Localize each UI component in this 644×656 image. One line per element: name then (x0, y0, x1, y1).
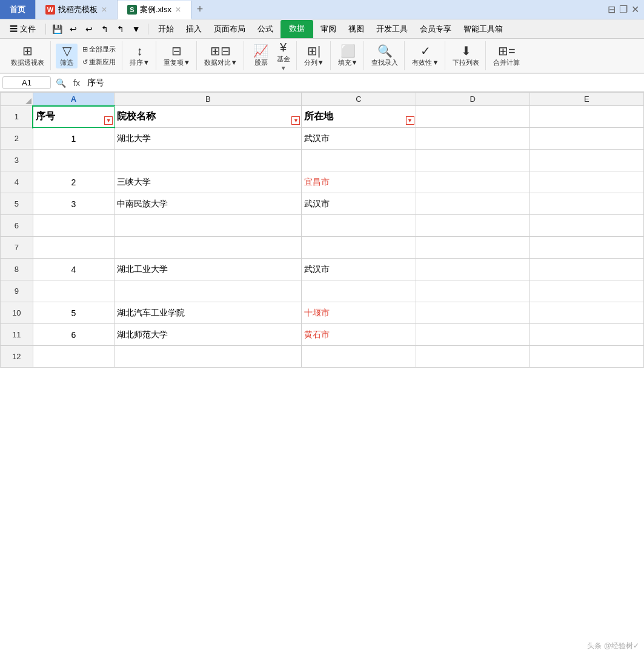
col-header-e[interactable]: E (529, 93, 643, 106)
split-button[interactable]: ⊞| 分列▼ (302, 44, 327, 68)
row-header-11[interactable]: 11 (1, 324, 33, 346)
filter-btn-A1[interactable]: ▼ (104, 116, 113, 125)
menu-review[interactable]: 审阅 (316, 22, 341, 36)
cell-B9[interactable] (115, 280, 302, 302)
cell-B8[interactable]: 湖北工业大学 (115, 259, 302, 280)
cell-A3[interactable] (33, 150, 114, 171)
cell-B11[interactable]: 湖北师范大学 (115, 324, 302, 346)
cell-E6[interactable] (529, 215, 643, 237)
col-header-b[interactable]: B (115, 93, 302, 106)
cell-B12[interactable] (115, 346, 302, 368)
cell-D5[interactable] (416, 193, 529, 215)
cell-E3[interactable] (529, 150, 643, 171)
cell-C11[interactable]: 黄石市 (302, 324, 416, 346)
sort-button[interactable]: ↕ 排序▼ (127, 44, 152, 68)
cell-E1[interactable] (529, 106, 643, 128)
cell-A6[interactable] (33, 215, 114, 237)
menu-start[interactable]: 开始 (153, 22, 179, 36)
cell-D4[interactable] (416, 171, 529, 193)
cell-C2[interactable]: 武汉市 (302, 128, 416, 150)
cell-A2[interactable]: 1 (33, 128, 114, 150)
row-header-3[interactable]: 3 (1, 150, 33, 171)
cell-A8[interactable]: 4 (33, 259, 114, 280)
cell-E9[interactable] (529, 280, 643, 302)
undo-dropdown[interactable]: ▼ (130, 22, 143, 36)
menu-member[interactable]: 会员专享 (415, 22, 456, 36)
redo-btn-1[interactable]: ↩ (67, 22, 80, 36)
menu-ai-tools[interactable]: 智能工具箱 (459, 22, 508, 36)
tab-wps-close[interactable]: ✕ (101, 5, 107, 14)
cell-D7[interactable] (416, 237, 529, 259)
cell-E11[interactable] (529, 324, 643, 346)
stock-button[interactable]: 📈 股票 (249, 44, 273, 68)
window-minimize-icon[interactable]: ⊟ (608, 4, 616, 15)
stock-dropdown-icon[interactable]: ▼ (281, 65, 287, 71)
row-header-10[interactable]: 10 (1, 302, 33, 324)
cell-A1[interactable]: 序号▼ (33, 106, 114, 128)
undo-btn-1[interactable]: ↰ (98, 22, 111, 36)
row-header-4[interactable]: 4 (1, 171, 33, 193)
cell-D9[interactable] (416, 280, 529, 302)
cell-C3[interactable] (302, 150, 416, 171)
cell-B7[interactable] (115, 237, 302, 259)
cell-C7[interactable] (302, 237, 416, 259)
show-all-button[interactable]: ⊞ 全部显示 (80, 44, 118, 55)
cell-C10[interactable]: 十堰市 (302, 302, 416, 324)
row-header-8[interactable]: 8 (1, 259, 33, 280)
row-header-12[interactable]: 12 (1, 346, 33, 368)
window-close-icon[interactable]: ✕ (631, 4, 639, 15)
cell-B10[interactable]: 湖北汽车工业学院 (115, 302, 302, 324)
row-header-1[interactable]: 1 (1, 106, 33, 128)
menu-insert[interactable]: 插入 (181, 22, 207, 36)
filter-btn-C1[interactable]: ▼ (406, 116, 414, 125)
cell-E4[interactable] (529, 171, 643, 193)
cell-E5[interactable] (529, 193, 643, 215)
cell-C4[interactable]: 宜昌市 (302, 171, 416, 193)
menu-formula[interactable]: 公式 (253, 22, 278, 36)
filter-btn-B1[interactable]: ▼ (291, 116, 300, 125)
cell-B6[interactable] (115, 215, 302, 237)
row-header-2[interactable]: 2 (1, 128, 33, 150)
cell-E7[interactable] (529, 237, 643, 259)
duplicate-button[interactable]: ⊟ 重复项▼ (161, 44, 193, 68)
fill-button[interactable]: ⬜ 填充▼ (336, 44, 360, 68)
merge-calc-button[interactable]: ⊞= 合并计算 (491, 44, 522, 68)
row-header-6[interactable]: 6 (1, 215, 33, 237)
cell-D3[interactable] (416, 150, 529, 171)
cell-C5[interactable]: 武汉市 (302, 193, 416, 215)
validity-button[interactable]: ✓ 有效性▼ (410, 44, 441, 68)
cell-A4[interactable]: 2 (33, 171, 114, 193)
tab-add-button[interactable]: + (191, 0, 208, 19)
filter-button[interactable]: ▽ 筛选 (56, 44, 78, 68)
menu-file[interactable]: ☰ 文件 (5, 22, 41, 36)
tab-xlsx-close[interactable]: ✕ (175, 5, 181, 14)
col-header-d[interactable]: D (416, 93, 529, 106)
redo-btn-2[interactable]: ↩ (82, 22, 96, 36)
cell-D2[interactable] (416, 128, 529, 150)
cell-C9[interactable] (302, 280, 416, 302)
menu-data[interactable]: 数据 (281, 20, 313, 38)
menu-dev[interactable]: 开发工具 (371, 22, 413, 36)
cell-B3[interactable] (115, 150, 302, 171)
cell-reference-input[interactable] (2, 76, 51, 89)
fund-button[interactable]: ¥ 基金 (274, 40, 293, 65)
save-button[interactable]: 💾 (51, 22, 64, 36)
tab-wps[interactable]: W 找稻壳模板 ✕ (36, 0, 118, 19)
cell-B5[interactable]: 中南民族大学 (115, 193, 302, 215)
cell-E8[interactable] (529, 259, 643, 280)
cell-B1[interactable]: 院校名称▼ (115, 106, 302, 128)
cell-A11[interactable]: 6 (33, 324, 114, 346)
tab-xlsx[interactable]: S 案例.xlsx ✕ (118, 1, 191, 19)
pivot-table-button[interactable]: ⊞ 数据透视表 (8, 44, 47, 68)
compare-button[interactable]: ⊞⊟ 数据对比▼ (202, 44, 240, 68)
formula-input[interactable] (85, 77, 642, 89)
cell-C6[interactable] (302, 215, 416, 237)
cell-E12[interactable] (529, 346, 643, 368)
cell-D8[interactable] (416, 259, 529, 280)
window-restore-icon[interactable]: ❐ (619, 4, 628, 15)
reapply-button[interactable]: ↺ 重新应用 (80, 56, 118, 68)
row-header-9[interactable]: 9 (1, 280, 33, 302)
cell-B2[interactable]: 湖北大学 (115, 128, 302, 150)
tab-home[interactable]: 首页 (0, 0, 36, 19)
row-header-5[interactable]: 5 (1, 193, 33, 215)
